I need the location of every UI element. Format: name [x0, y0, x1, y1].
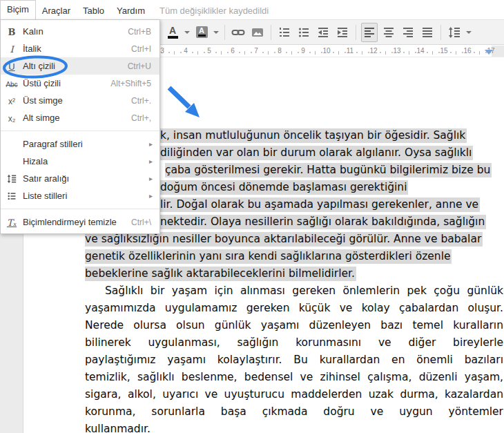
- underline-icon: U: [1, 60, 23, 73]
- menu-item-satir-araligi[interactable]: Satır aralığı ▸: [1, 170, 159, 187]
- menu-item-ust-simge[interactable]: x² Üst simge Ctrl+.: [1, 92, 159, 109]
- ruler-tick: [204, 52, 205, 53]
- ruler-number: 9: [301, 47, 305, 55]
- menu-bicim[interactable]: Biçim: [0, 0, 36, 19]
- ruler-tick: [427, 52, 428, 53]
- text-line: kullanmadır.: [85, 421, 503, 433]
- align-center-button[interactable]: [380, 23, 397, 42]
- menu-item-alt-simge[interactable]: x₂ Alt simge Ctrl+,: [1, 109, 159, 126]
- ruler-number: 16: [463, 47, 471, 55]
- menu-item-liste-stilleri[interactable]: Liste stilleri ▸: [1, 187, 159, 204]
- ruler-tick: [180, 52, 182, 53]
- ruler-number: 13: [393, 47, 400, 55]
- ruler-tick: [432, 51, 433, 55]
- right-indent-marker[interactable]: [485, 50, 493, 55]
- menu-item-kalin[interactable]: B Kalın Ctrl+B: [1, 23, 159, 40]
- menu-tablo[interactable]: Tablo: [77, 2, 110, 19]
- justify-button[interactable]: [419, 23, 436, 42]
- ruler-tick: [338, 51, 339, 55]
- menu-item-ustu-cizili[interactable]: Abc Üstü çizili Alt+Shift+5: [1, 75, 159, 92]
- text-line: doğum öncesi dönemde başlaması gerektiği…: [160, 179, 408, 196]
- ruler-tick: [274, 52, 275, 53]
- toolbar-separator: [440, 25, 441, 40]
- menu-item-alti-cizili[interactable]: U Altı çizili Ctrl+U: [1, 57, 159, 75]
- ruler-tick: [192, 52, 193, 53]
- menu-separator: [1, 209, 159, 209]
- line-spacing-button[interactable]: [446, 23, 463, 42]
- ruler-tick: [321, 52, 322, 53]
- link-icon: [231, 26, 245, 39]
- text-line: paylaştığımız yaşamı kolaylaştırır. Bu k…: [85, 352, 503, 369]
- text-line: temizlik, sağlıklı beslenme, bedensel ve…: [85, 369, 503, 386]
- highlight-color-icon: A: [196, 26, 208, 38]
- ruler-tick: [345, 52, 346, 53]
- ruler-number: 5: [207, 47, 211, 55]
- ruler-tick: [227, 52, 229, 53]
- numbered-list-button[interactable]: [276, 23, 293, 42]
- text-line: bebeklerine sağlık aktarabileceklerini b…: [85, 265, 356, 282]
- ruler-tick: [309, 52, 311, 53]
- ruler-number: 11: [347, 47, 353, 55]
- align-right-button[interactable]: [400, 23, 416, 42]
- chevron-down-icon[interactable]: [184, 31, 190, 34]
- ruler-tick: [251, 52, 252, 53]
- ruler-number: 10: [322, 47, 330, 55]
- ruler-tick: [221, 51, 222, 55]
- text-line: k, insan mutluluğunun öncelik taşıyan bi…: [160, 127, 467, 144]
- menu-yardim[interactable]: Yardım: [110, 2, 151, 19]
- ruler-tick: [462, 52, 463, 53]
- bulleted-list-button[interactable]: [295, 23, 312, 42]
- ruler-number: 14: [416, 47, 424, 55]
- ruler-number: 7: [254, 47, 258, 55]
- menu-separator: [1, 131, 159, 131]
- ruler-tick: [380, 52, 381, 53]
- menu-item-paragraf-stilleri[interactable]: Paragraf stilleri ▸: [1, 135, 159, 153]
- insert-image-button[interactable]: [249, 23, 266, 42]
- line-spacing-icon: [448, 26, 461, 39]
- ruler-tick: [409, 51, 409, 55]
- ruler-tick: [368, 52, 369, 53]
- menu-araclar[interactable]: Araçlar: [36, 2, 77, 19]
- menu-item-bicimlendirmeyi-temizle[interactable]: Tₓ Biçimlendirmeyi temizle Ctrl+\: [1, 213, 159, 231]
- ruler-tick: [415, 52, 416, 53]
- menu-item-hizala[interactable]: Hizala ▸: [1, 153, 159, 170]
- bold-icon: B: [1, 26, 23, 38]
- chevron-down-icon[interactable]: [213, 31, 219, 34]
- ruler-tick: [333, 52, 334, 53]
- submenu-arrow-icon: ▸: [149, 175, 159, 182]
- text-line: genetik özelliklerinin yanı sıra kendi s…: [85, 248, 452, 265]
- ruler-tick: [450, 52, 452, 53]
- text-color-icon: A: [168, 26, 178, 39]
- ruler-number: 15: [440, 47, 447, 55]
- toolbar-separator: [356, 25, 356, 40]
- paragraph: Sağlıklı bir yaşam için alınması gereken…: [85, 282, 503, 433]
- ruler-tick: [291, 51, 292, 55]
- menu-item-italik[interactable]: I İtalik Ctrl+I: [1, 40, 159, 57]
- ruler-tick: [362, 51, 362, 55]
- numbered-list-icon: [278, 26, 291, 39]
- highlight-color-button[interactable]: A: [193, 23, 210, 42]
- decrease-indent-button[interactable]: [315, 23, 331, 42]
- chevron-down-icon[interactable]: [466, 31, 472, 34]
- ruler-number: 12: [369, 47, 377, 55]
- align-left-icon: [363, 26, 376, 39]
- format-menu: B Kalın Ctrl+B I İtalik Ctrl+I U Altı çi…: [0, 19, 160, 234]
- ruler-number: 8: [278, 47, 282, 55]
- superscript-icon: x²: [1, 95, 23, 107]
- text-line: çaba gösterilmesi gerekir. Hatta bugünkü…: [165, 162, 492, 179]
- text-color-button[interactable]: A: [164, 23, 181, 42]
- increase-indent-button[interactable]: [334, 23, 351, 42]
- text-line: diliğinden var olan bir durum olarak alg…: [160, 144, 473, 162]
- text-line: nektedir. Olaya nesillerin sağlığı olara…: [160, 213, 486, 231]
- ruler-tick: [456, 51, 456, 55]
- ruler-tick: [244, 51, 245, 55]
- insert-link-button[interactable]: [230, 23, 246, 42]
- text-line: bilinerek uygulanması, sağlığın korunmas…: [85, 334, 503, 352]
- text-line: sigara, alkol, uyarıcı ve uyuşturucu mad…: [85, 386, 503, 403]
- ruler-number: 4: [184, 47, 188, 55]
- align-left-button[interactable]: [361, 23, 378, 42]
- subscript-icon: x₂: [1, 112, 23, 124]
- ruler-tick: [168, 52, 170, 53]
- ruler-tick: [286, 52, 287, 53]
- ruler-tick: [391, 52, 393, 53]
